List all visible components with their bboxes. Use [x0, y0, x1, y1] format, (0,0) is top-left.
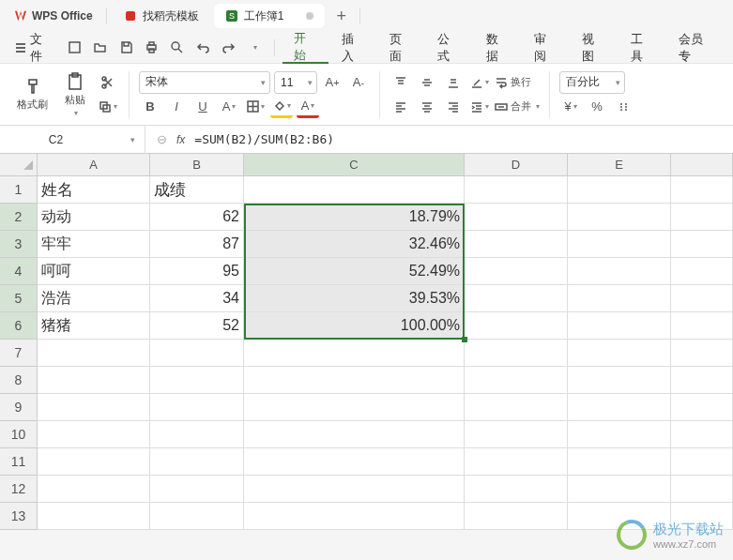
wrap-button[interactable]: 换行 [495, 71, 531, 94]
row-header[interactable]: 6 [0, 312, 38, 340]
cell[interactable] [568, 476, 671, 503]
decrease-font-button[interactable]: A- [347, 71, 370, 94]
cell[interactable] [568, 204, 671, 231]
increase-font-button[interactable]: A+ [321, 71, 344, 94]
currency-button[interactable]: ¥ [559, 96, 582, 118]
cell[interactable] [465, 503, 568, 530]
redo-button[interactable] [217, 36, 240, 60]
row-header[interactable]: 10 [0, 421, 38, 448]
cell[interactable]: 姓名 [38, 176, 150, 204]
cell[interactable] [465, 367, 568, 394]
col-header-e[interactable]: E [568, 154, 671, 176]
cell[interactable]: 39.53% [244, 285, 465, 312]
col-header-b[interactable]: B [150, 154, 244, 176]
cell[interactable] [244, 340, 465, 367]
format-painter-button[interactable]: 格式刷 [11, 75, 53, 114]
cell[interactable] [568, 231, 671, 258]
tab-workbook[interactable]: S 工作簿1 [214, 4, 326, 28]
fill-color-button[interactable] [270, 96, 293, 118]
align-middle-button[interactable] [416, 71, 438, 94]
formula-input[interactable]: =SUM(B2)/SUM(B2:B6) [194, 132, 722, 146]
cell[interactable]: 浩浩 [38, 285, 150, 312]
cell[interactable]: 呵呵 [38, 258, 150, 285]
cell[interactable] [244, 476, 465, 503]
fx-icon[interactable]: fx [176, 133, 185, 146]
row-header[interactable]: 9 [0, 394, 38, 421]
name-box[interactable]: C2 ▾ [0, 126, 145, 154]
cell[interactable] [568, 312, 671, 340]
tab-member[interactable]: 会员专 [667, 32, 725, 64]
cell[interactable] [150, 394, 244, 421]
file-menu[interactable]: 文件 [8, 31, 61, 65]
row-header[interactable]: 13 [0, 503, 38, 530]
cell[interactable] [671, 448, 733, 476]
cell[interactable] [568, 367, 671, 394]
cell[interactable] [38, 421, 150, 448]
cell[interactable] [671, 176, 733, 204]
cell[interactable]: 100.00% [244, 312, 465, 340]
cell[interactable] [568, 421, 671, 448]
row-header[interactable]: 11 [0, 448, 38, 476]
cell[interactable] [150, 421, 244, 448]
tab-formula[interactable]: 公式 [426, 32, 472, 64]
more-button[interactable] [242, 36, 266, 60]
preview-button[interactable] [165, 36, 189, 60]
cell[interactable]: 动动 [38, 204, 150, 231]
cell[interactable]: 成绩 [150, 176, 244, 204]
cell[interactable] [671, 367, 733, 394]
copy-button[interactable] [97, 96, 119, 118]
cell[interactable] [38, 367, 150, 394]
cell[interactable] [244, 176, 465, 204]
align-right-button[interactable] [442, 96, 465, 118]
cell[interactable] [150, 340, 244, 367]
cell[interactable] [465, 231, 568, 258]
cell[interactable]: 87 [150, 231, 244, 258]
tab-insert[interactable]: 插入 [330, 32, 376, 64]
cell[interactable] [671, 312, 733, 340]
cell[interactable] [244, 503, 465, 530]
cell[interactable]: 52 [150, 312, 244, 340]
indent-button[interactable] [468, 96, 491, 118]
cell[interactable] [150, 476, 244, 503]
row-header[interactable]: 4 [0, 258, 38, 285]
select-all-corner[interactable] [0, 154, 38, 176]
cell[interactable] [671, 476, 733, 503]
cell[interactable] [465, 204, 568, 231]
tab-review[interactable]: 审阅 [523, 32, 569, 64]
new-button[interactable] [63, 36, 86, 60]
cell[interactable] [568, 448, 671, 476]
cell[interactable] [671, 204, 733, 231]
cancel-formula-button[interactable]: ⊖ [157, 132, 167, 146]
cell[interactable] [671, 394, 733, 421]
paste-button[interactable]: 粘贴 [59, 70, 91, 119]
col-header-d[interactable]: D [465, 154, 568, 176]
cell[interactable] [465, 340, 568, 367]
cell[interactable]: 32.46% [244, 231, 465, 258]
row-header[interactable]: 1 [0, 176, 38, 204]
row-header[interactable]: 12 [0, 476, 38, 503]
row-header[interactable]: 3 [0, 231, 38, 258]
strike-button[interactable]: A [218, 96, 240, 118]
cell[interactable]: 18.79% [244, 204, 465, 231]
save-button[interactable] [115, 36, 138, 60]
align-left-button[interactable] [389, 96, 412, 118]
cell[interactable] [671, 340, 733, 367]
cell[interactable] [465, 448, 568, 476]
row-header[interactable]: 2 [0, 204, 38, 231]
row-header[interactable]: 8 [0, 367, 38, 394]
cell[interactable]: 34 [150, 285, 244, 312]
cell[interactable]: 52.49% [244, 258, 465, 285]
cell[interactable] [465, 312, 568, 340]
cell[interactable] [568, 176, 671, 204]
add-tab-button[interactable]: + [328, 7, 354, 26]
cell[interactable] [150, 448, 244, 476]
tab-data[interactable]: 数据 [475, 32, 521, 64]
cell[interactable] [38, 340, 150, 367]
orientation-button[interactable] [468, 71, 491, 94]
cell[interactable] [568, 258, 671, 285]
cell[interactable] [568, 394, 671, 421]
tab-tools[interactable]: 工具 [619, 32, 665, 64]
cell[interactable] [465, 285, 568, 312]
tab-templates[interactable]: 找稻壳模板 [113, 4, 210, 28]
align-top-button[interactable] [389, 71, 412, 94]
